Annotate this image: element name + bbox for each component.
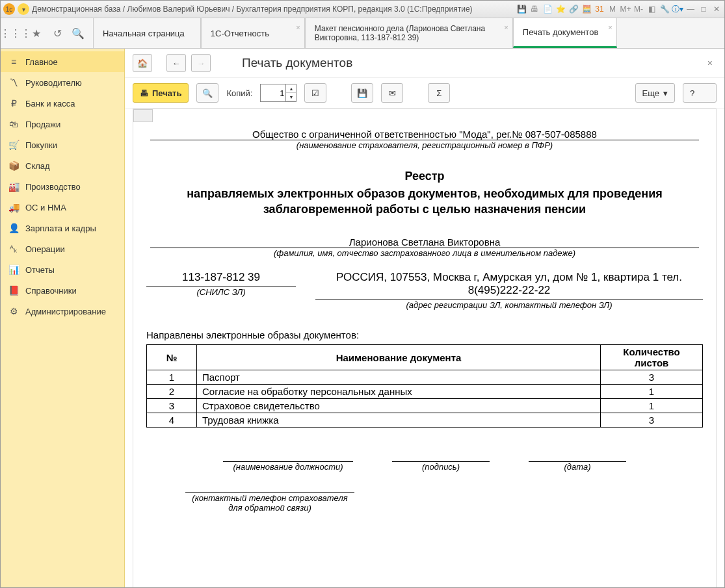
mail-button[interactable]: ✉	[381, 83, 403, 103]
link-icon[interactable]: 🔗	[568, 4, 579, 14]
system-menu-icon[interactable]: 1c	[3, 3, 15, 15]
sidebar-item-admin[interactable]: ⚙Администрирование	[1, 301, 124, 322]
sidebar-item-manager[interactable]: 〽Руководителю	[1, 72, 124, 93]
sidebar-label: Отчеты	[25, 265, 55, 275]
sidebar-label: Зарплата и кадры	[25, 224, 96, 233]
book-icon: 📕	[8, 285, 19, 296]
tab-pension[interactable]: Макет пенсионного дела (Ларионова Светла…	[305, 18, 513, 48]
sidebar-item-warehouse[interactable]: 📦Склад	[1, 155, 124, 176]
sidebar-item-bank[interactable]: ₽Банк и касса	[1, 93, 124, 114]
save-icon[interactable]: 💾	[516, 4, 527, 14]
close-icon[interactable]: ✕	[711, 4, 722, 14]
sidebar-item-hr[interactable]: 👤Зарплата и кадры	[1, 218, 124, 238]
table-row: 2Согласие на обработку персональных данн…	[147, 385, 703, 399]
spin-up-icon[interactable]: ▲	[286, 84, 296, 93]
print-icon[interactable]: 🖶	[529, 4, 540, 14]
doc-heading: Реестр направляемых электронных образов …	[146, 170, 703, 217]
th-num: №	[147, 345, 197, 370]
heading-2: направляемых электронных образов докумен…	[146, 186, 703, 217]
favorite-icon[interactable]: ★	[31, 27, 42, 39]
mplus-icon[interactable]: M+	[620, 4, 631, 14]
sidebar-label: Руководителю	[25, 78, 82, 88]
printer-icon: 🖶	[140, 88, 148, 98]
calc-icon[interactable]: 🧮	[581, 4, 592, 14]
sidebar-label: Банк и касса	[25, 99, 75, 109]
spin-down-icon[interactable]: ▼	[286, 93, 296, 101]
tab-print[interactable]: Печать документов×	[513, 18, 617, 48]
more-label: Еще	[642, 88, 659, 98]
tab-label: Начальная страница	[103, 29, 185, 38]
heading-1: Реестр	[146, 170, 703, 183]
sidebar-label: Операции	[25, 244, 65, 254]
doc-icon[interactable]: 📄	[542, 4, 553, 14]
save-button[interactable]: 💾	[351, 83, 373, 103]
sig-date: (дата)	[529, 462, 626, 472]
forward-button[interactable]: →	[191, 54, 211, 72]
table-row: 1Паспорт3	[147, 370, 703, 385]
ruble-icon: ₽	[8, 98, 19, 109]
help-button[interactable]: ?	[683, 83, 717, 103]
org-hint: (наименование страхователя, регистрацион…	[146, 140, 703, 150]
apps-icon[interactable]: ⋮⋮⋮	[10, 27, 21, 39]
print-button[interactable]: 🖶Печать	[133, 83, 189, 103]
sidebar-item-assets[interactable]: 🚚ОС и НМА	[1, 197, 124, 218]
table-row: 3Страховое свидетельство1	[147, 399, 703, 413]
settings-button[interactable]: ☑	[304, 83, 326, 103]
calendar-icon[interactable]: 31	[594, 4, 605, 14]
more-button[interactable]: Еще ▾	[635, 83, 675, 103]
sidebar-label: Справочники	[25, 286, 77, 296]
titlebar: 1c ▾ Демонстрационная база / Любимов Вал…	[1, 1, 724, 18]
m-icon[interactable]: M	[607, 4, 618, 14]
preview-button[interactable]: 🔍	[196, 83, 218, 103]
table-row: 4Трудовая книжка3	[147, 413, 703, 428]
star-icon[interactable]: ⭐	[555, 4, 566, 14]
main-area: 🏠 ← → Печать документов × 🖶Печать 🔍 Копи…	[125, 49, 724, 587]
search-icon[interactable]: 🔍	[72, 27, 84, 39]
sidebar-label: Продажи	[25, 120, 60, 129]
app-window: 1c ▾ Демонстрационная база / Любимов Вал…	[0, 0, 725, 588]
sidebar-item-sales[interactable]: 🛍Продажи	[1, 114, 124, 134]
ruler-corner	[133, 109, 153, 122]
mminus-icon[interactable]: M-	[633, 4, 644, 14]
table-header: № Наименование документа Количество лист…	[147, 345, 703, 370]
sidebar: ≡Главное 〽Руководителю ₽Банк и касса 🛍Пр…	[1, 49, 125, 587]
maximize-icon[interactable]: □	[698, 4, 709, 14]
sidebar-item-purchases[interactable]: 🛒Покупки	[1, 134, 124, 155]
sidebar-item-refs[interactable]: 📕Справочники	[1, 280, 124, 301]
signature-row: (наименование должности) (подпись) (дата…	[146, 460, 703, 472]
sidebar-item-production[interactable]: 🏭Производство	[1, 176, 124, 197]
tab-reporting[interactable]: 1С-Отчетность×	[201, 18, 305, 48]
home-button[interactable]: 🏠	[133, 54, 152, 72]
tab-label: Печать документов	[523, 27, 599, 37]
window-title: Демонстрационная база / Любимов Валерий …	[32, 5, 473, 14]
cart-icon: 🛒	[8, 140, 19, 150]
tab-home[interactable]: Начальная страница	[93, 18, 201, 48]
document-viewport[interactable]: Общество с ограниченной ответственностью…	[125, 109, 724, 587]
copies-stepper[interactable]: ▲▼	[260, 84, 297, 102]
print-label: Печать	[152, 88, 181, 98]
back-button[interactable]: ←	[166, 54, 186, 72]
tabbar: ⋮⋮⋮ ★ ↺ 🔍 Начальная страница 1С-Отчетнос…	[1, 18, 724, 49]
panel-icon[interactable]: ◧	[646, 4, 657, 14]
sidebar-item-main[interactable]: ≡Главное	[1, 51, 124, 72]
ops-icon: ᴬₖ	[8, 244, 19, 254]
info-icon[interactable]: ⓘ▾	[672, 4, 683, 14]
person-hint: (фамилия, имя, отчество застрахованного …	[146, 248, 703, 258]
page-close-icon[interactable]: ×	[704, 58, 717, 68]
sig-sign: (подпись)	[392, 462, 490, 472]
dropdown-icon[interactable]: ▾	[18, 3, 29, 15]
copies-input[interactable]	[261, 88, 285, 99]
person-line: Ларионова Светлана Викторовна	[150, 236, 699, 248]
sidebar-item-operations[interactable]: ᴬₖОперации	[1, 238, 124, 259]
chevron-down-icon: ▾	[663, 88, 668, 98]
sidebar-item-reports[interactable]: 📊Отчеты	[1, 259, 124, 280]
history-icon[interactable]: ↺	[51, 27, 63, 39]
sum-button[interactable]: Σ	[428, 83, 450, 103]
tab-close-icon[interactable]: ×	[296, 23, 300, 31]
wrench-icon[interactable]: 🔧	[659, 4, 670, 14]
tab-close-icon[interactable]: ×	[608, 23, 612, 31]
tab-close-icon[interactable]: ×	[504, 23, 508, 31]
minimize-icon[interactable]: —	[685, 4, 696, 14]
page-title: Печать документов	[242, 56, 352, 70]
menu-icon: ≡	[8, 57, 19, 67]
